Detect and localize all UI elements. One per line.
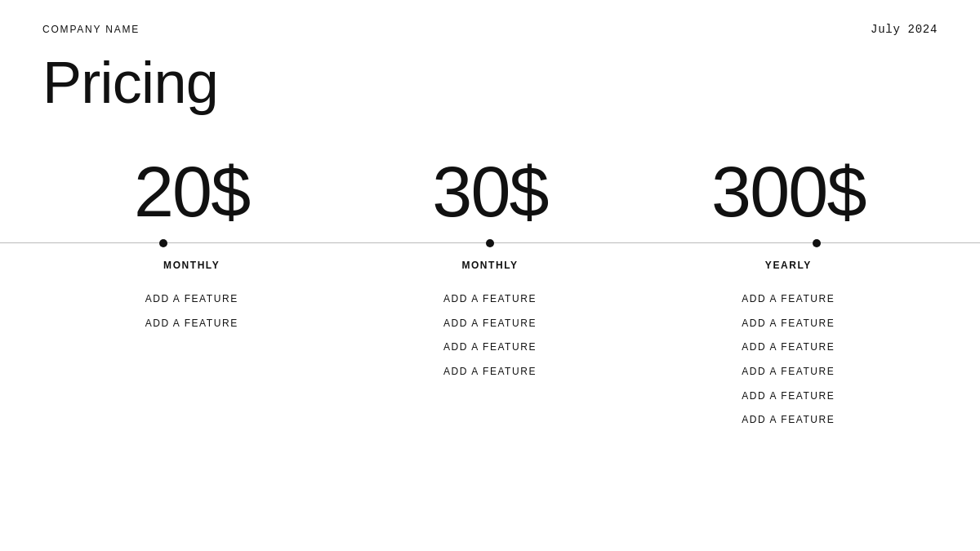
feature-3-5: ADD A FEATURE bbox=[742, 388, 835, 406]
feature-2-3: ADD A FEATURE bbox=[443, 339, 537, 357]
features-section: MONTHLY ADD A FEATURE ADD A FEATURE MONT… bbox=[0, 260, 980, 429]
plan-2-details: MONTHLY ADD A FEATURE ADD A FEATURE ADD … bbox=[341, 260, 639, 429]
price-amount-3: 300$ bbox=[711, 156, 866, 228]
dot-marker-3 bbox=[813, 239, 821, 247]
feature-2-1: ADD A FEATURE bbox=[443, 291, 537, 309]
feature-3-2: ADD A FEATURE bbox=[742, 315, 835, 333]
dot-marker-1 bbox=[159, 239, 167, 247]
feature-2-2: ADD A FEATURE bbox=[443, 315, 537, 333]
price-col-3: 300$ bbox=[639, 156, 938, 228]
page-title: Pricing bbox=[0, 36, 980, 115]
feature-1-1: ADD A FEATURE bbox=[145, 291, 238, 309]
company-name: COMPANY NAME bbox=[42, 24, 140, 35]
price-amount-1: 20$ bbox=[134, 156, 250, 228]
billing-label-2: MONTHLY bbox=[461, 260, 518, 271]
feature-3-6: ADD A FEATURE bbox=[742, 411, 835, 429]
feature-3-4: ADD A FEATURE bbox=[742, 363, 835, 381]
feature-3-1: ADD A FEATURE bbox=[742, 291, 835, 309]
price-col-1: 20$ bbox=[42, 156, 341, 228]
billing-label-1: MONTHLY bbox=[163, 260, 220, 271]
plan-1-details: MONTHLY ADD A FEATURE ADD A FEATURE bbox=[42, 260, 341, 429]
dot-marker-2 bbox=[486, 239, 494, 247]
feature-1-2: ADD A FEATURE bbox=[145, 315, 238, 333]
date-label: July 2024 bbox=[871, 23, 938, 36]
pricing-divider bbox=[0, 242, 980, 243]
prices-row: 20$ 30$ 300$ bbox=[0, 156, 980, 228]
feature-2-4: ADD A FEATURE bbox=[443, 363, 537, 381]
header: COMPANY NAME July 2024 bbox=[0, 0, 980, 36]
feature-3-3: ADD A FEATURE bbox=[742, 339, 835, 357]
billing-label-3: YEARLY bbox=[765, 260, 812, 271]
price-amount-2: 30$ bbox=[432, 156, 548, 228]
plan-3-details: YEARLY ADD A FEATURE ADD A FEATURE ADD A… bbox=[639, 260, 938, 429]
price-col-2: 30$ bbox=[341, 156, 639, 228]
